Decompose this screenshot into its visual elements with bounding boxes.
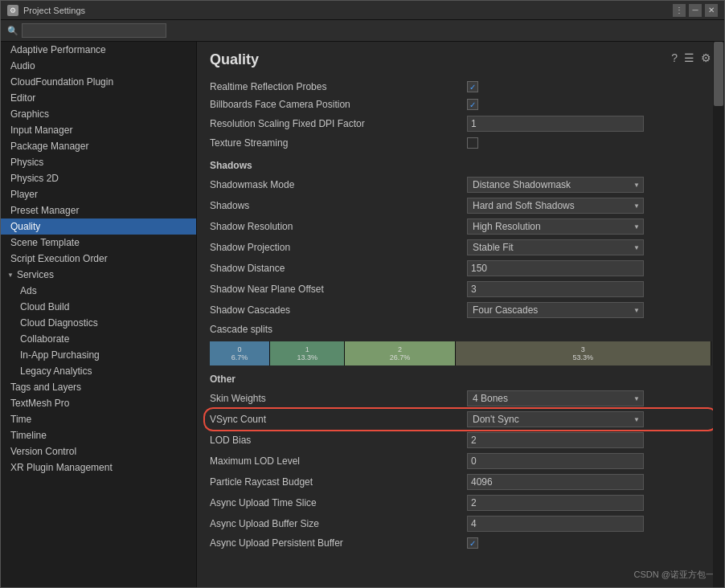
dropdown-arrow-icon: ▼ xyxy=(633,223,640,231)
async-upload-buffer-input[interactable] xyxy=(467,516,644,532)
dropdown-arrow-icon: ▼ xyxy=(633,202,640,210)
billboards-checkbox[interactable] xyxy=(467,99,478,110)
sidebar-item-textmesh-pro[interactable]: TextMesh Pro xyxy=(1,395,196,411)
setting-value: Four Cascades ▼ xyxy=(467,302,711,318)
sidebar-item-package-manager[interactable]: Package Manager xyxy=(1,138,196,154)
particle-raycast-input[interactable] xyxy=(467,474,644,490)
search-input[interactable] xyxy=(22,23,166,38)
sidebar-item-physics-2d[interactable]: Physics 2D xyxy=(1,170,196,186)
triangle-icon: ▼ xyxy=(7,272,14,279)
other-section-header: Other xyxy=(210,374,711,385)
cascade-0[interactable]: 0 6.7% xyxy=(210,341,270,365)
lod-bias-input[interactable] xyxy=(467,432,644,448)
shadow-resolution-value: High Resolution xyxy=(473,221,541,232)
settings-list-button[interactable]: ☰ xyxy=(684,51,694,64)
setting-label: Cascade splits xyxy=(210,324,467,335)
gear-button[interactable]: ⚙ xyxy=(701,51,711,64)
realtime-reflection-checkbox[interactable] xyxy=(467,81,478,92)
dropdown-arrow-icon: ▼ xyxy=(633,182,640,189)
shadow-near-plane-input[interactable] xyxy=(467,281,644,297)
shadowmask-dropdown[interactable]: Distance Shadowmask ▼ xyxy=(467,177,644,193)
cascade-1[interactable]: 1 13.3% xyxy=(270,341,346,365)
window-title: Project Settings xyxy=(23,6,673,15)
sidebar-item-cloud-build[interactable]: Cloud Build xyxy=(1,299,196,315)
max-lod-level-input[interactable] xyxy=(467,453,644,469)
main-content: Adaptive Performance Audio CloudFoundati… xyxy=(1,42,724,587)
sidebar-item-quality[interactable]: Quality xyxy=(1,218,196,235)
sidebar-item-legacy-analytics[interactable]: Legacy Analytics xyxy=(1,363,196,379)
cascade-label-1: 1 xyxy=(305,345,309,353)
content-toolbar: ? ☰ ⚙ xyxy=(671,51,711,64)
cascade-3[interactable]: 3 53.3% xyxy=(456,341,711,365)
sidebar-item-preset-manager[interactable]: Preset Manager xyxy=(1,202,196,218)
sidebar-item-xr-plugin-management[interactable]: XR Plugin Management xyxy=(1,459,196,476)
sidebar-item-collaborate[interactable]: Collaborate xyxy=(1,331,196,347)
shadow-cascades-dropdown[interactable]: Four Cascades ▼ xyxy=(467,302,644,318)
help-button[interactable]: ? xyxy=(671,51,678,64)
cascade-2[interactable]: 2 26.7% xyxy=(345,341,455,365)
setting-lod-bias: LOD Bias xyxy=(210,430,711,451)
sidebar-item-input-manager[interactable]: Input Manager xyxy=(1,122,196,138)
search-bar: 🔍 xyxy=(1,20,724,42)
setting-vsync-count: VSync Count Don't Sync ▼ xyxy=(210,409,711,430)
setting-cascade-splits: Cascade splits xyxy=(210,321,711,338)
close-button[interactable]: ✕ xyxy=(705,4,718,17)
setting-label: Realtime Reflection Probes xyxy=(210,81,467,92)
sidebar-item-adaptive-performance[interactable]: Adaptive Performance xyxy=(1,42,196,58)
sidebar-item-editor[interactable]: Editor xyxy=(1,90,196,106)
setting-label: Particle Raycast Budget xyxy=(210,476,467,488)
sidebar-item-in-app-purchasing[interactable]: In-App Purchasing xyxy=(1,347,196,363)
search-icon: 🔍 xyxy=(7,26,18,36)
setting-shadow-cascades: Shadow Cascades Four Cascades ▼ xyxy=(210,300,711,321)
sidebar-item-cloudfoundation[interactable]: CloudFoundation Plugin xyxy=(1,74,196,90)
shadow-projection-dropdown[interactable]: Stable Fit ▼ xyxy=(467,239,644,255)
setting-value: Stable Fit ▼ xyxy=(467,239,711,255)
setting-skin-weights: Skin Weights 4 Bones ▼ xyxy=(210,388,711,409)
scrollbar-thumb[interactable] xyxy=(714,42,723,106)
texture-streaming-checkbox[interactable] xyxy=(467,137,478,149)
vsync-value: Don't Sync xyxy=(473,414,519,425)
setting-label: Billboards Face Camera Position xyxy=(210,99,467,110)
setting-value: 4 Bones ▼ xyxy=(467,390,711,406)
menu-button[interactable]: ⋮ xyxy=(673,4,686,17)
setting-label: Shadow Resolution xyxy=(210,221,467,232)
window-icon: ⚙ xyxy=(7,5,18,16)
setting-label: Shadowmask Mode xyxy=(210,179,467,190)
sidebar-item-audio[interactable]: Audio xyxy=(1,58,196,74)
skin-weights-dropdown[interactable]: 4 Bones ▼ xyxy=(467,390,644,406)
sidebar-item-physics[interactable]: Physics xyxy=(1,154,196,170)
async-upload-time-input[interactable] xyxy=(467,495,644,511)
sidebar-item-graphics[interactable]: Graphics xyxy=(1,106,196,122)
sidebar-item-version-control[interactable]: Version Control xyxy=(1,443,196,459)
setting-label: Skin Weights xyxy=(210,393,467,404)
sidebar-item-tags-and-layers[interactable]: Tags and Layers xyxy=(1,379,196,395)
setting-value xyxy=(467,116,711,132)
setting-value xyxy=(467,474,711,490)
sidebar-item-script-execution-order[interactable]: Script Execution Order xyxy=(1,251,196,267)
vsync-dropdown[interactable]: Don't Sync ▼ xyxy=(467,411,644,427)
sidebar-item-timeline[interactable]: Timeline xyxy=(1,427,196,443)
setting-billboards: Billboards Face Camera Position xyxy=(210,96,711,113)
resolution-scaling-input[interactable] xyxy=(467,116,644,132)
setting-value xyxy=(467,495,711,511)
setting-label: Shadow Distance xyxy=(210,263,467,274)
watermark: CSDN @诺亚方包一 xyxy=(634,569,715,581)
async-persistent-checkbox[interactable] xyxy=(467,537,478,549)
setting-value: High Resolution ▼ xyxy=(467,218,711,235)
sidebar-section-services[interactable]: ▼ Services xyxy=(1,267,196,283)
sidebar-item-player[interactable]: Player xyxy=(1,186,196,202)
sidebar-item-ads[interactable]: Ads xyxy=(1,283,196,299)
shadow-resolution-dropdown[interactable]: High Resolution ▼ xyxy=(467,218,644,235)
setting-shadow-near-plane: Shadow Near Plane Offset xyxy=(210,279,711,300)
shadow-distance-input[interactable] xyxy=(467,260,644,276)
setting-shadow-distance: Shadow Distance xyxy=(210,258,711,279)
sidebar-item-cloud-diagnostics[interactable]: Cloud Diagnostics xyxy=(1,315,196,331)
sidebar-item-scene-template[interactable]: Scene Template xyxy=(1,235,196,251)
page-title: Quality xyxy=(210,51,711,68)
minimize-button[interactable]: ─ xyxy=(689,4,702,17)
setting-shadowmask-mode: Shadowmask Mode Distance Shadowmask ▼ xyxy=(210,174,711,195)
shadows-dropdown[interactable]: Hard and Soft Shadows ▼ xyxy=(467,198,644,214)
sidebar-item-time[interactable]: Time xyxy=(1,411,196,427)
dropdown-arrow-icon: ▼ xyxy=(633,244,640,251)
scrollbar-track[interactable] xyxy=(713,42,724,587)
